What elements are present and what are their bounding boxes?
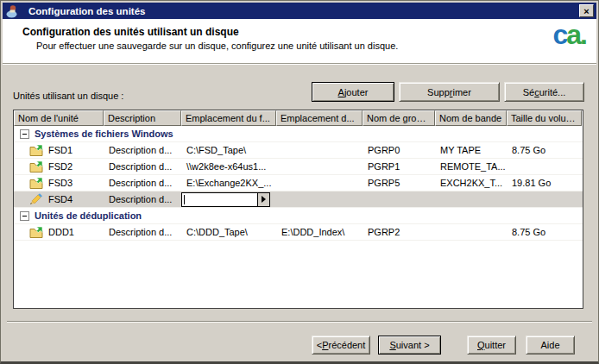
file-location: C:\FSD_Tape\ xyxy=(181,145,276,155)
disk-device-icon xyxy=(29,226,43,238)
column-filler xyxy=(582,110,583,126)
volume-size: 8.75 Go xyxy=(507,227,582,237)
file-location: C:\DDD_Tape\ xyxy=(181,227,276,237)
file-location-edit-cell xyxy=(181,191,276,208)
disk-device-icon xyxy=(29,144,43,156)
unit-name: FSD2 xyxy=(48,161,73,172)
configuration-units-dialog: Configuration des unités × Configuration… xyxy=(0,0,599,364)
disk-device-icon xyxy=(29,160,43,173)
ca-logo-a: a xyxy=(566,19,580,50)
volume-size: 19.81 Go xyxy=(507,178,582,188)
precedent-button[interactable]: < Précédent xyxy=(312,336,370,355)
label-part: uitter xyxy=(485,340,506,350)
table-row-fsd2[interactable]: FSD2 Description d... \\w2k8ee-x64us1...… xyxy=(14,159,583,175)
label-part: jouter xyxy=(344,87,369,97)
column-header-description[interactable]: Description xyxy=(104,110,181,126)
unit-description: Description d... xyxy=(104,161,181,172)
pencil-edit-icon xyxy=(29,193,43,205)
wizard-header: Configuration des unités utilisant un di… xyxy=(3,19,596,64)
label-accel: S xyxy=(389,340,395,350)
browse-arrow-button[interactable] xyxy=(258,192,270,207)
quitter-button[interactable]: Quitter xyxy=(467,336,516,355)
collapse-minus-icon[interactable] xyxy=(20,129,29,139)
index-location: E:\DDD_Index\ xyxy=(276,227,363,237)
supprimer-button[interactable]: Supprimer xyxy=(399,82,500,102)
unit-description: Description d... xyxy=(104,145,181,155)
aide-button[interactable]: Aide xyxy=(526,336,575,355)
group-row-windows-file-systems[interactable]: Systèmes de fichiers Windows xyxy=(14,126,583,142)
disk-units-table: Nom de l'unité Description Emplacement d… xyxy=(13,110,583,309)
group-label: Unités de déduplication xyxy=(35,210,142,221)
label-accel: Q xyxy=(477,340,485,350)
suivant-button[interactable]: Suivant > xyxy=(378,336,441,355)
ca-logo-c: c xyxy=(553,19,567,50)
window-title: Configuration des unités xyxy=(28,6,145,16)
disk-device-icon xyxy=(29,177,43,189)
group-name: PGRP0 xyxy=(363,145,435,155)
collapse-minus-icon[interactable] xyxy=(20,211,29,221)
column-header-file-location[interactable]: Emplacement du f... xyxy=(181,110,276,126)
file-location: \\w2k8ee-x64us1... xyxy=(181,161,276,172)
ca-logo-dot: . xyxy=(580,19,586,50)
group-name: PGRP1 xyxy=(363,161,435,172)
close-icon[interactable]: × xyxy=(579,4,594,17)
table-row-fsd3[interactable]: FSD3 Description d... E:\Exchange2KX_...… xyxy=(14,175,583,191)
unit-description: Description d... xyxy=(104,227,181,237)
column-header-unit-name[interactable]: Nom de l'unité xyxy=(14,110,104,126)
unit-description: Description d... xyxy=(104,178,181,188)
table-row-fsd1[interactable]: FSD1 Description d... C:\FSD_Tape\ PGRP0… xyxy=(14,142,583,159)
volume-size: 8.75 Go xyxy=(507,145,582,155)
label-part: uivant > xyxy=(396,340,430,350)
label-part: Supp xyxy=(427,87,450,97)
label-part: imer xyxy=(452,87,470,97)
tape-name: REMOTE_TA... xyxy=(435,161,507,172)
label-part: récédent xyxy=(328,340,365,350)
group-name: PGRP5 xyxy=(363,178,435,188)
column-header-tape-name[interactable]: Nom de bande xyxy=(435,110,507,126)
unit-name: FSD3 xyxy=(48,178,73,188)
label-part: Sé xyxy=(523,87,534,97)
table-row-fsd4-editing[interactable]: FSD4 Description d... xyxy=(14,191,583,208)
label-accel: P xyxy=(322,340,328,350)
unit-name: FSD1 xyxy=(48,145,73,155)
app-icon xyxy=(5,4,19,18)
file-location-edit-box xyxy=(181,192,258,207)
ajouter-button[interactable]: Ajouter xyxy=(312,82,394,102)
table-row-ddd1[interactable]: DDD1 Description d... C:\DDD_Tape\ E:\DD… xyxy=(14,224,583,241)
column-header-index-location[interactable]: Emplacement d... xyxy=(276,110,363,126)
unit-description: Description d... xyxy=(104,194,181,204)
unit-name: DDD1 xyxy=(48,227,74,237)
label-accel: A xyxy=(338,87,344,97)
label-part: urité... xyxy=(539,87,566,97)
table-header-row: Nom de l'unité Description Emplacement d… xyxy=(14,110,583,126)
right-triangle-icon xyxy=(262,196,266,203)
column-header-volume-size[interactable]: Taille du volume xyxy=(507,110,582,126)
group-name: PGRP2 xyxy=(363,227,435,237)
file-location: E:\Exchange2KX_... xyxy=(181,178,276,188)
file-location-edit-input[interactable] xyxy=(185,194,257,205)
footer-divider xyxy=(7,321,592,323)
group-label: Systèmes de fichiers Windows xyxy=(35,129,173,139)
group-row-deduplication-units[interactable]: Unités de déduplication xyxy=(14,208,583,224)
page-subtitle: Pour effectuer une sauvegarde sur un dis… xyxy=(36,41,398,51)
unit-name: FSD4 xyxy=(48,194,73,204)
ca-logo: ca. xyxy=(553,19,586,51)
title-bar[interactable]: Configuration des unités × xyxy=(3,3,596,19)
tape-name: EXCH2KX_T... xyxy=(435,178,507,188)
page-title: Configuration des unités utilisant un di… xyxy=(22,26,239,38)
securite-button[interactable]: Sécurité... xyxy=(504,82,584,102)
label-part: Aide xyxy=(540,340,559,350)
tape-name: MY TAPE xyxy=(435,145,507,155)
column-header-group-name[interactable]: Nom de groupe xyxy=(363,110,435,126)
list-label: Unités utilisant un disque : xyxy=(13,91,123,101)
